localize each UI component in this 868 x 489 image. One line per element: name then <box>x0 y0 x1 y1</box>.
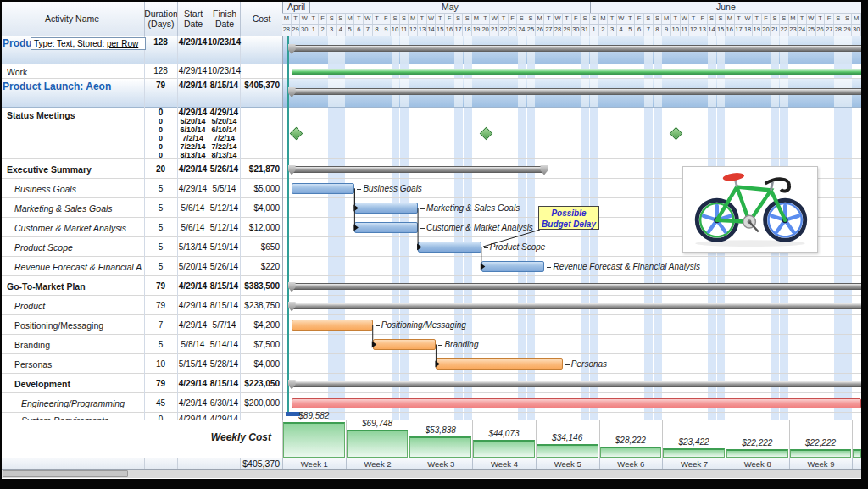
activity-name: Positioning/Messaging <box>14 315 142 335</box>
finish-date-cell: 5/14/14 <box>209 335 240 354</box>
duration-cell: 0 <box>144 125 177 134</box>
table-row-1[interactable]: Work1284/29/1410/23/14 <box>2 64 282 79</box>
summary-bar-0[interactable] <box>292 45 861 52</box>
finish-date-cell: 7/22/14 <box>209 142 240 151</box>
summary-bar-2[interactable] <box>292 88 861 95</box>
weekday-letter-cell: T <box>418 13 427 24</box>
weekday-letter-cell: W <box>554 13 563 24</box>
milestone-diamond[interactable] <box>669 127 682 141</box>
day-number-cell: 21 <box>490 24 499 36</box>
day-number-cell: 23 <box>509 24 518 36</box>
weekday-letter-cell: F <box>572 13 581 24</box>
duration-cell: 7 <box>144 315 177 335</box>
task-bar-6[interactable] <box>354 203 418 214</box>
table-row-3[interactable]: Status Meetings04/29/144/29/1405/20/145/… <box>2 108 282 159</box>
weekday-letter-cell: M <box>852 13 861 24</box>
weekday-letter-cell: F <box>698 13 708 24</box>
work-bar[interactable] <box>292 69 861 75</box>
start-date-cell: 5/15/14 <box>177 354 209 374</box>
weekday-letter-cell: S <box>463 13 472 24</box>
weekday-letter-cell: S <box>644 13 654 24</box>
day-number-cell: 29 <box>843 24 853 36</box>
day-number-cell: 6 <box>635 24 644 36</box>
task-bar-16[interactable] <box>292 398 861 408</box>
day-number-cell: 18 <box>463 24 472 36</box>
day-number-cell: 2 <box>319 24 328 36</box>
gantt-app-window: Possible Budget Delay Type: Text, Stored… <box>2 2 861 479</box>
column-header-3: Finish Date <box>209 2 240 36</box>
weekly-cost-value: $22,222 <box>726 438 789 447</box>
task-bar-12[interactable] <box>292 320 373 331</box>
horizontal-scrollbar-track[interactable] <box>2 470 861 478</box>
table-row-9[interactable]: Revenue Forecast & Financial Analysis55/… <box>2 257 282 276</box>
task-bar-9[interactable] <box>481 261 545 272</box>
table-row-14[interactable]: Personas105/15/145/28/14$4,000 <box>2 354 282 374</box>
day-number-cell: 10 <box>391 24 400 36</box>
weekday-letter-cell: F <box>825 13 834 24</box>
task-bar-7[interactable] <box>354 222 418 233</box>
weekday-letter-cell: F <box>762 13 771 24</box>
finish-date-cell: 5/7/14 <box>209 315 240 335</box>
task-bar-13[interactable] <box>373 339 437 350</box>
table-row-16[interactable]: Engineering/Programming454/29/146/30/14$… <box>2 393 282 413</box>
summary-bar-10[interactable] <box>292 283 861 290</box>
table-row-5[interactable]: Business Goals54/29/145/5/14$5,000 <box>2 179 282 198</box>
duration-cell: 79 <box>144 79 177 92</box>
start-date-cell: 4/29/14 <box>177 79 209 92</box>
activity-name: Personas <box>14 354 142 374</box>
table-row-7[interactable]: Customer & Market Analysis55/6/145/12/14… <box>2 218 282 237</box>
budget-delay-callout[interactable]: Possible Budget Delay <box>538 206 599 230</box>
weekday-letter-cell: W <box>427 13 437 24</box>
weekday-letter-cell: W <box>807 13 816 24</box>
milestone-diamond[interactable] <box>479 127 492 141</box>
duration-cell: 79 <box>144 276 177 296</box>
activity-name: Executive Summary <box>7 159 142 179</box>
milestone-diamond[interactable] <box>289 127 303 141</box>
weekday-letter-cell: S <box>327 13 337 24</box>
day-number-cell: 11 <box>681 24 690 36</box>
day-number-cell: 9 <box>662 24 671 36</box>
bicycle-image[interactable] <box>682 166 818 253</box>
task-bar-8[interactable] <box>418 242 481 253</box>
summary-bar-11[interactable] <box>292 303 861 309</box>
duration-cell: 79 <box>144 374 177 393</box>
day-number-cell: 28 <box>554 24 563 36</box>
day-number-cell: 1 <box>309 24 319 36</box>
table-row-11[interactable]: Product794/29/148/15/14$238,750 <box>2 296 282 315</box>
finish-date-cell: 5/5/14 <box>209 179 240 198</box>
task-bar-14[interactable] <box>436 358 562 370</box>
table-row-15[interactable]: Development794/29/148/15/14$223,050 <box>2 374 282 393</box>
day-number-cell: 10 <box>671 24 681 36</box>
summary-bar-4[interactable] <box>292 166 545 173</box>
horizontal-scrollbar-thumb[interactable] <box>3 470 128 477</box>
week-label-cell: Week 6 <box>599 458 663 469</box>
finish-date-cell: 6/10/14 <box>209 125 240 134</box>
table-row-2[interactable]: Product Launch: Aeon794/29/148/15/14$405… <box>2 79 282 108</box>
day-number-cell: 29 <box>563 24 572 36</box>
weekday-letter-cell: F <box>509 13 518 24</box>
duration-cell: 5 <box>144 198 177 218</box>
summary-bar-15[interactable] <box>292 381 861 387</box>
day-number-cell: 16 <box>726 24 735 36</box>
table-row-13[interactable]: Branding55/8/145/14/14$7,500 <box>2 335 282 354</box>
weekday-letter-cell: S <box>708 13 717 24</box>
weekday-letter-cell: S <box>590 13 599 24</box>
table-row-10[interactable]: Go-To-Market Plan794/29/148/15/14$383,50… <box>2 276 282 296</box>
week-label-cell: Week 5 <box>536 458 599 469</box>
table-row-8[interactable]: Product Scope55/13/145/19/14$650 <box>2 237 282 257</box>
table-row-6[interactable]: Marketing & Sales Goals55/6/145/12/14$4,… <box>2 198 282 218</box>
table-row-4[interactable]: Executive Summary204/29/145/26/14$21,870 <box>2 159 282 179</box>
week-label-cell: Week 9 <box>789 458 853 469</box>
activity-name: Product Launch: Aeon <box>3 79 142 92</box>
day-number-cell: 12 <box>689 24 698 36</box>
day-number-cell: 13 <box>418 24 427 36</box>
cost-cell: $238,750 <box>240 296 282 315</box>
task-bar-5[interactable] <box>292 183 355 194</box>
duration-cell: 0 <box>144 142 177 151</box>
weekday-letter-cell: S <box>454 13 464 24</box>
finish-date-cell: 5/12/14 <box>209 218 240 237</box>
table-row-12[interactable]: Positioning/Messaging74/29/145/7/14$4,20… <box>2 315 282 335</box>
callout-line2: Budget Delay <box>539 219 598 230</box>
month-header-april: April <box>282 2 309 13</box>
activity-name: Product Scope <box>14 237 142 257</box>
